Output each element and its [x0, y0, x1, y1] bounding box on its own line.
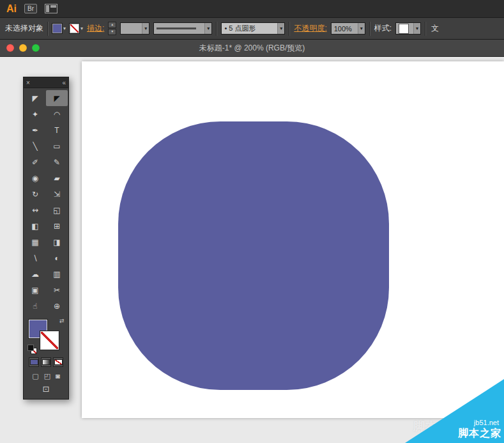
selection-status: 未选择对象 [5, 23, 43, 34]
lasso-tool[interactable]: ◠ [46, 106, 68, 122]
tools-grid: ◤ ◤ ✦ ◠ ✒ T ╲ ▭ ✐ ✎ ◉ ▰ ↻ ⇲ ↭ ◱ ◧ ⊞ ▦ ◨ … [24, 88, 68, 315]
bridge-button[interactable]: Br [24, 4, 37, 13]
free-transform-tool[interactable]: ◱ [46, 202, 68, 218]
pencil-tool[interactable]: ✎ [46, 154, 68, 170]
drawn-rounded-square[interactable] [118, 121, 389, 390]
close-button[interactable] [6, 44, 14, 52]
line-segment-tool[interactable]: ╲ [24, 138, 46, 154]
control-bar: 未选择对象 ▾ ▾ 描边: ▴ ▾ ▾ ▾ • 5 点圆形 ▾ 不透明度: [0, 18, 504, 40]
document-setup-label-truncated[interactable]: 文 [431, 23, 439, 34]
shape-builder-tool[interactable]: ◧ [24, 218, 46, 234]
blob-brush-tool[interactable]: ◉ [24, 170, 46, 186]
default-fill-mini [27, 345, 34, 351]
style-dropdown[interactable]: ▾ [395, 22, 421, 35]
fill-color-swatch[interactable] [52, 24, 62, 33]
separator [216, 22, 217, 36]
chevron-down-icon[interactable]: ▾ [80, 26, 83, 31]
type-tool[interactable]: T [46, 122, 68, 138]
width-profile-dropdown[interactable]: ▾ [153, 22, 212, 35]
chevron-down-icon[interactable]: ▾ [63, 26, 66, 31]
watermark-url: jb51.net [474, 419, 499, 426]
stroke-weight-stepper[interactable]: ▴ ▾ [108, 22, 116, 35]
illustrator-window: Ai Br 未选择对象 ▾ ▾ 描边: ▴ ▾ ▾ ▾ • 5 点圆形 [0, 0, 504, 443]
stroke-color-swatch[interactable] [70, 24, 79, 33]
illustrator-logo: Ai [6, 3, 17, 15]
draw-normal-button[interactable]: ▢ [32, 372, 38, 380]
workspace-switcher-icon[interactable] [45, 4, 57, 13]
zoom-tool[interactable]: ⊕ [46, 298, 68, 314]
draw-behind-button[interactable]: ◰ [44, 372, 50, 380]
panel-close-icon[interactable]: × [26, 79, 30, 86]
blend-tool[interactable]: ◐ [46, 250, 68, 266]
chevron-down-icon[interactable]: ▾ [204, 23, 211, 34]
stroke-swatch[interactable] [40, 331, 59, 350]
draw-inside-button[interactable]: ◙ [56, 372, 60, 380]
color-mode-buttons [29, 357, 63, 367]
stroke-panel-link[interactable]: 描边: [87, 23, 104, 34]
width-tool[interactable]: ↭ [24, 202, 46, 218]
symbol-sprayer-tool[interactable]: ☁ [24, 266, 46, 282]
brush-definition-value: • 5 点圆形 [224, 24, 256, 33]
scale-tool[interactable]: ⇲ [46, 186, 68, 202]
swap-fill-stroke-icon[interactable]: ⇄ [59, 318, 65, 324]
opacity-panel-link[interactable]: 不透明度: [294, 23, 326, 34]
separator [369, 22, 370, 36]
zoom-button[interactable] [32, 44, 40, 52]
chevron-down-icon[interactable]: ▾ [277, 23, 284, 34]
watermark: 脚本之家 jb51.net 脚本之家 [405, 379, 504, 443]
separator [289, 22, 290, 36]
stroke-color-control[interactable]: ▾ [70, 24, 83, 33]
fill-color-control[interactable]: ▾ [52, 24, 66, 33]
brush-definition-dropdown[interactable]: • 5 点圆形 ▾ [221, 22, 285, 35]
eraser-tool[interactable]: ▰ [46, 170, 68, 186]
column-graph-tool[interactable]: ▥ [46, 266, 68, 282]
none-button-icon [54, 359, 63, 365]
none-button[interactable] [53, 357, 63, 367]
selection-tool[interactable]: ◤ [24, 90, 46, 106]
opacity-dropdown[interactable]: 100% ▾ [331, 22, 365, 35]
separator [425, 22, 426, 36]
document-title: 未标题-1* @ 200% (RGB/预览) [0, 40, 504, 56]
app-bar: Ai Br [0, 0, 504, 18]
stepper-up-icon[interactable]: ▴ [108, 22, 116, 28]
gradient-tool[interactable]: ◨ [46, 234, 68, 250]
stepper-down-icon[interactable]: ▾ [108, 29, 116, 35]
paintbrush-tool[interactable]: ✐ [24, 154, 46, 170]
tools-panel: × « ◤ ◤ ✦ ◠ ✒ T ╲ ▭ ✐ ✎ ◉ ▰ ↻ ⇲ ↭ ◱ ◧ ⊞ … [23, 77, 69, 400]
default-fill-stroke-icon[interactable] [27, 345, 36, 354]
eyedropper-tool[interactable]: ∖ [24, 250, 46, 266]
chevron-down-icon[interactable]: ▾ [413, 23, 420, 34]
watermark-site-name: 脚本之家 [458, 427, 501, 440]
chevron-down-icon[interactable]: ▾ [142, 23, 149, 34]
hand-tool[interactable]: ☝ [24, 298, 46, 314]
panel-collapse-icon[interactable]: « [62, 79, 66, 86]
width-profile-preview [157, 27, 196, 29]
magic-wand-tool[interactable]: ✦ [24, 106, 46, 122]
color-button-icon [30, 359, 38, 365]
gradient-button[interactable] [41, 357, 51, 367]
tools-panel-header[interactable]: × « [24, 77, 68, 88]
pen-tool[interactable]: ✒ [24, 122, 46, 138]
minimize-button[interactable] [19, 44, 27, 52]
style-label: 样式: [374, 23, 392, 34]
drawing-mode-buttons: ▢ ◰ ◙ [24, 372, 68, 380]
screen-mode-button[interactable]: ⊡ [24, 384, 68, 394]
gradient-button-icon [42, 359, 50, 365]
mesh-tool[interactable]: ▦ [24, 234, 46, 250]
color-button[interactable] [29, 357, 39, 367]
direct-selection-tool[interactable]: ◤ [46, 90, 68, 106]
window-title-bar: 未标题-1* @ 200% (RGB/预览) [0, 40, 504, 57]
fill-stroke-control: ⇄ [27, 318, 65, 355]
artboard-tool[interactable]: ▣ [24, 282, 46, 298]
style-swatch [399, 24, 409, 34]
stroke-weight-dropdown[interactable]: ▾ [120, 22, 149, 35]
chevron-down-icon[interactable]: ▾ [358, 23, 365, 34]
separator [47, 22, 49, 36]
rectangle-tool[interactable]: ▭ [46, 138, 68, 154]
slice-tool[interactable]: ✂ [46, 282, 68, 298]
opacity-value: 100% [334, 25, 352, 33]
rotate-tool[interactable]: ↻ [24, 186, 46, 202]
perspective-grid-tool[interactable]: ⊞ [46, 218, 68, 234]
